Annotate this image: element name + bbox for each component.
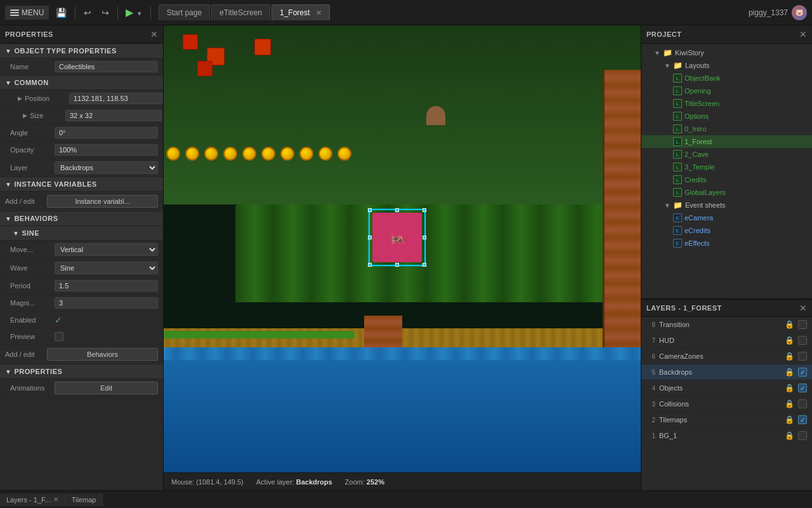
tree-item-titlescreen[interactable]: L TitleScreen	[641, 97, 812, 110]
tree-item-ecamera[interactable]: E eCamera	[641, 211, 812, 224]
tree-item-kiwistory[interactable]: ▼ 📁 KiwiStory	[641, 46, 812, 59]
tree-item-credits[interactable]: L Credits	[641, 173, 812, 186]
instance-vars-edit-button[interactable]: Instance variabl...	[47, 195, 158, 208]
vis-backdrops-check[interactable]	[798, 368, 807, 377]
canvas-status-bar: Mouse: (1081.4, 149.5) Active layer: Bac…	[164, 472, 641, 490]
prop-name-input[interactable]	[55, 61, 158, 72]
layout-2cave-icon: L	[673, 150, 682, 159]
tab-etitlescreen[interactable]: eTitleScreen	[211, 4, 270, 20]
undo-button[interactable]: ↩	[81, 6, 95, 20]
globallayers-label: GlobalLayers	[684, 189, 726, 196]
handle-br[interactable]	[422, 263, 426, 267]
handle-ml[interactable]	[368, 236, 372, 239]
tab-1forest[interactable]: 1_Forest ✕	[272, 4, 330, 20]
coin-2	[185, 147, 199, 161]
sine-wave-select[interactable]: Sine	[55, 262, 158, 274]
prop-angle-input[interactable]	[55, 127, 158, 138]
vis-objects-check[interactable]	[798, 384, 807, 392]
section-instance-variables[interactable]: ▼ INSTANCE VARIABLES	[0, 177, 163, 192]
handle-bc[interactable]	[395, 263, 399, 267]
lock-transition-icon[interactable]: 🔒	[785, 320, 794, 329]
section-sine[interactable]: ▼ SINE	[0, 226, 163, 241]
project-close-button[interactable]: ✕	[799, 29, 807, 39]
sine-enabled-check[interactable]: ✓	[55, 315, 62, 325]
layer-row-objects[interactable]: 4 Objects 🔒	[641, 380, 812, 396]
tree-item-opening[interactable]: L Opening	[641, 84, 812, 97]
lock-hud-icon[interactable]: 🔒	[785, 336, 794, 345]
tree-item-ecredits[interactable]: E eCredits	[641, 224, 812, 237]
prop-position-input[interactable]	[69, 93, 164, 104]
behaviors-edit-button[interactable]: Behaviors	[47, 348, 158, 361]
vis-camerazones-check[interactable]	[798, 352, 807, 361]
layer-row-tilemaps[interactable]: 2 Tilemaps 🔒	[641, 412, 812, 428]
play-button[interactable]: ▶ ▼	[123, 5, 145, 20]
tab-start-page[interactable]: Start page	[159, 4, 210, 20]
lock-objects-icon[interactable]: 🔒	[785, 384, 794, 392]
save-button[interactable]: 💾	[53, 6, 70, 20]
prop-layer-select[interactable]: Backdrops	[55, 161, 158, 174]
tree-item-2cave[interactable]: L 2_Cave	[641, 148, 812, 161]
coin-6	[261, 147, 275, 161]
tree-item-globallayers[interactable]: L GlobalLayers	[641, 186, 812, 199]
vis-tilemaps-check[interactable]	[798, 415, 807, 424]
prop-name-label: Name	[10, 63, 55, 70]
handle-bl[interactable]	[368, 263, 372, 267]
layer-row-bg1[interactable]: 1 BG_1 🔒	[641, 428, 812, 444]
bottom-tab-layers-close[interactable]: ✕	[53, 496, 58, 503]
prop-size-label: Size	[30, 112, 65, 119]
folder-kiwistory-icon: 📁	[663, 48, 672, 57]
bottom-tab-layers[interactable]: Layers - 1_F... ✕	[0, 493, 65, 506]
lock-camerazones-icon[interactable]: 🔒	[785, 352, 794, 361]
tree-item-0intro[interactable]: L 0_Intro	[641, 123, 812, 135]
section-behaviors[interactable]: ▼ BEHAVIORS	[0, 211, 163, 226]
lock-backdrops-icon[interactable]: 🔒	[785, 368, 794, 377]
tree-item-layouts[interactable]: ▼ 📁 Layouts	[641, 59, 812, 72]
vis-hud-check[interactable]	[798, 336, 807, 345]
layer-row-backdrops[interactable]: 5 Backdrops 🔒	[641, 364, 812, 380]
section-object-type[interactable]: ▼ OBJECT TYPE PROPERTIES	[0, 44, 163, 58]
tree-item-options[interactable]: L Options	[641, 110, 812, 123]
play-dropdown-icon: ▼	[136, 10, 143, 17]
layer-row-camerazones[interactable]: 6 CameraZones 🔒	[641, 349, 812, 364]
tree-item-event-sheets[interactable]: ▼ 📁 Event sheets	[641, 199, 812, 211]
redo-button[interactable]: ↪	[98, 6, 112, 20]
vis-bg1-check[interactable]	[798, 431, 807, 440]
lock-collisions-icon[interactable]: 🔒	[785, 399, 794, 408]
section-common[interactable]: ▼ COMMON	[0, 76, 163, 90]
expand-event-sheets-icon: ▼	[664, 202, 671, 209]
prop-opacity-input[interactable]	[55, 144, 158, 156]
section-arrow-behaviors: ▼	[5, 215, 11, 222]
bottom-tab-tilemap[interactable]: Tilemap	[65, 493, 103, 506]
game-canvas[interactable]: 🦗	[164, 25, 641, 472]
tree-item-1forest[interactable]: L 1_Forest	[641, 135, 812, 148]
selection-box[interactable]: 🦗	[369, 209, 426, 266]
layer-name-transition: Transition	[659, 321, 781, 328]
tree-item-objectbank[interactable]: L ObjectBank	[641, 72, 812, 84]
tree-item-3temple[interactable]: L 3_Temple	[641, 161, 812, 173]
vis-transition-check[interactable]	[798, 320, 807, 329]
sine-preview-check[interactable]	[55, 332, 63, 341]
handle-tc[interactable]	[395, 208, 399, 212]
handle-mr[interactable]	[422, 236, 426, 239]
layer-row-hud[interactable]: 7 HUD 🔒	[641, 333, 812, 349]
sine-period-input[interactable]	[55, 280, 158, 291]
handle-tr[interactable]	[422, 208, 426, 212]
menu-button[interactable]: MENU	[5, 6, 49, 20]
lock-bg1-icon[interactable]: 🔒	[785, 431, 794, 440]
layer-row-collisions[interactable]: 3 Collisions 🔒	[641, 396, 812, 412]
vis-collisions-check[interactable]	[798, 399, 807, 408]
lock-tilemaps-icon[interactable]: 🔒	[785, 415, 794, 424]
tree-item-eeffects[interactable]: E eEffects	[641, 237, 812, 250]
animations-edit-button[interactable]: Edit	[55, 382, 158, 394]
properties-close-button[interactable]: ✕	[150, 29, 158, 39]
coin-10	[337, 147, 351, 161]
avatar[interactable]: 🐷	[792, 5, 807, 20]
section-properties-sub[interactable]: ▼ PROPERTIES	[0, 364, 163, 379]
sine-move-select[interactable]: Vertical	[55, 243, 158, 256]
layers-close-button[interactable]: ✕	[799, 303, 807, 313]
layer-row-transition[interactable]: 8 Transition 🔒	[641, 317, 812, 333]
handle-tl[interactable]	[368, 208, 372, 212]
tab-close-icon[interactable]: ✕	[316, 9, 322, 17]
prop-size-input[interactable]	[65, 110, 162, 121]
sine-magni-input[interactable]	[55, 297, 158, 309]
